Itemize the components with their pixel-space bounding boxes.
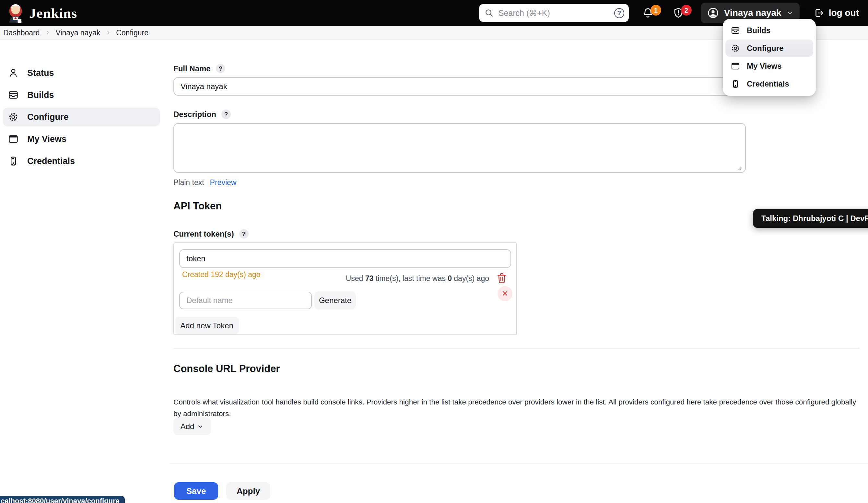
- breadcrumb-user[interactable]: Vinaya nayak: [56, 29, 101, 37]
- gear-icon: [731, 43, 740, 53]
- brand-title: Jenkins: [29, 5, 77, 21]
- builds-icon: [731, 25, 740, 35]
- jenkins-configure-page: Jenkins ? 1 2: [0, 0, 868, 503]
- search-icon: [484, 8, 494, 18]
- save-button[interactable]: Save: [174, 482, 218, 500]
- sidebar: Status Builds Configure My Views: [3, 63, 160, 174]
- id-card-icon: [8, 156, 19, 167]
- add-provider-label: Add: [180, 422, 195, 431]
- plain-text-label: Plain text: [173, 178, 204, 187]
- menu-item-label: Configure: [747, 44, 783, 53]
- sidebar-item-label: Builds: [27, 90, 54, 100]
- generate-token-button[interactable]: Generate: [314, 291, 356, 309]
- security-badge: 2: [681, 5, 692, 16]
- sidebar-item-my-views[interactable]: My Views: [3, 130, 160, 148]
- console-url-description: Controls what visualization tool handles…: [173, 397, 861, 420]
- builds-icon: [8, 90, 19, 101]
- help-icon[interactable]: ?: [221, 110, 231, 119]
- breadcrumb-separator-icon: ›: [107, 28, 110, 37]
- menu-item-credentials[interactable]: Credentials: [725, 75, 813, 92]
- security-button[interactable]: 2: [672, 7, 684, 19]
- sidebar-item-credentials[interactable]: Credentials: [3, 152, 160, 171]
- window-icon: [8, 134, 19, 145]
- description-mode-row: Plain text Preview: [173, 178, 236, 187]
- menu-item-configure[interactable]: Configure: [725, 40, 813, 57]
- avatar-icon: [706, 7, 720, 19]
- breadcrumb-dashboard[interactable]: Dashboard: [3, 29, 40, 37]
- section-divider: [173, 348, 860, 349]
- add-new-token-button[interactable]: Add new Token: [175, 317, 239, 335]
- id-card-icon: [731, 79, 740, 89]
- help-icon[interactable]: ?: [216, 64, 225, 73]
- breadcrumb-separator-icon: ›: [46, 28, 49, 37]
- current-tokens-label-row: Current token(s) ?: [173, 229, 249, 238]
- menu-item-label: Credentials: [747, 79, 789, 89]
- chevron-down-icon: [197, 423, 204, 430]
- description-textarea[interactable]: [173, 123, 746, 173]
- console-url-heading: Console URL Provider: [173, 363, 280, 374]
- full-name-label-row: Full Name ?: [173, 64, 225, 73]
- help-icon[interactable]: ?: [239, 229, 249, 238]
- sidebar-item-configure[interactable]: Configure: [3, 107, 160, 126]
- sidebar-item-builds[interactable]: Builds: [3, 85, 160, 104]
- jenkins-butler-icon: [7, 3, 24, 23]
- token-card: Created 192 day(s) ago Used 73 time(s), …: [173, 243, 517, 335]
- logout-label: log out: [829, 8, 859, 18]
- token-name-input[interactable]: [179, 249, 511, 268]
- new-token-name-input[interactable]: [179, 292, 312, 309]
- apply-button[interactable]: Apply: [226, 482, 270, 500]
- search-help-icon[interactable]: ?: [614, 8, 624, 18]
- search-box[interactable]: ?: [479, 4, 629, 22]
- delete-token-button[interactable]: [495, 271, 508, 285]
- trash-icon: [496, 272, 507, 284]
- add-provider-button[interactable]: Add: [173, 418, 211, 435]
- user-icon: [8, 68, 19, 79]
- menu-item-label: Builds: [747, 26, 771, 35]
- description-label-row: Description ?: [173, 110, 231, 119]
- sidebar-item-status[interactable]: Status: [3, 63, 160, 82]
- cancel-new-token-button[interactable]: ✕: [497, 286, 513, 301]
- logout-icon: [813, 8, 824, 19]
- notifications-badge: 1: [651, 5, 661, 16]
- token-usage-text: Used 73 time(s), last time was 0 day(s) …: [346, 274, 489, 283]
- notifications-button[interactable]: 1: [642, 7, 654, 19]
- full-name-input[interactable]: [173, 77, 746, 96]
- user-name: Vinaya nayak: [724, 8, 782, 18]
- status-url-bar: calhost:8080/user/vinaya/configure: [0, 496, 125, 503]
- gear-icon: [8, 112, 19, 123]
- footer-divider: [169, 463, 868, 463]
- search-input[interactable]: [498, 8, 610, 18]
- api-token-heading: API Token: [173, 200, 222, 212]
- menu-item-label: My Views: [747, 62, 782, 71]
- sidebar-item-label: Status: [27, 68, 54, 78]
- close-icon: ✕: [502, 289, 508, 298]
- full-name-label: Full Name: [173, 64, 211, 73]
- jenkins-brand[interactable]: Jenkins: [7, 3, 77, 23]
- breadcrumb-configure[interactable]: Configure: [116, 29, 148, 37]
- chevron-down-icon: [786, 9, 794, 17]
- main-content: Full Name ? Description ? Plain text Pre…: [173, 40, 862, 503]
- sidebar-item-label: My Views: [27, 134, 66, 144]
- window-icon: [731, 61, 740, 71]
- user-dropdown-menu: Builds Configure My Views Credentials: [723, 19, 816, 96]
- token-created-text: Created 192 day(s) ago: [182, 270, 261, 279]
- sidebar-item-label: Configure: [27, 112, 69, 122]
- sidebar-item-label: Credentials: [27, 156, 75, 166]
- talking-tooltip: Talking: Dhrubajyoti C | DevRel En...: [753, 209, 868, 228]
- current-tokens-label: Current token(s): [173, 229, 234, 238]
- menu-item-builds[interactable]: Builds: [725, 22, 813, 39]
- preview-link[interactable]: Preview: [210, 178, 237, 187]
- resize-handle-icon[interactable]: [736, 165, 743, 171]
- description-label: Description: [173, 110, 216, 119]
- menu-item-my-views[interactable]: My Views: [725, 58, 813, 74]
- logout-button[interactable]: log out: [811, 7, 861, 19]
